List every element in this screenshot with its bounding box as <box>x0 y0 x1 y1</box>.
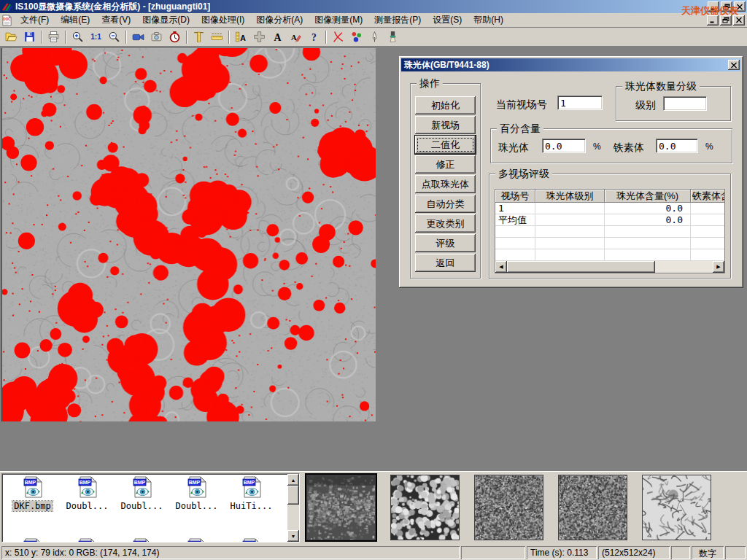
table-cell <box>605 249 691 260</box>
scroll-down-button[interactable]: ▼ <box>287 530 299 542</box>
toolbar-help-button[interactable]: ? <box>305 29 323 45</box>
toolbar-zoom-in-button[interactable] <box>69 29 87 45</box>
file-item[interactable]: BMP <box>169 538 224 542</box>
file-item[interactable]: BMP <box>224 538 279 542</box>
svg-text:BMP: BMP <box>24 480 36 485</box>
file-item[interactable]: BMP <box>60 538 115 542</box>
scroll-right-button[interactable]: ▶ <box>713 261 724 273</box>
svg-text:BMP: BMP <box>24 542 36 542</box>
scroll-thumb[interactable] <box>507 261 655 273</box>
file-item[interactable]: BMPDKF.bmp <box>5 476 60 511</box>
op-pick-pearlite-button[interactable]: 点取珠光体 <box>415 175 476 193</box>
file-item[interactable]: BMP <box>5 538 60 542</box>
svg-text:BMP: BMP <box>79 480 90 485</box>
dialog-close-button[interactable] <box>728 60 740 70</box>
document-system-icon[interactable]: DOC <box>1 15 13 26</box>
svg-text:A: A <box>274 32 282 43</box>
toolbar-save-file-button[interactable] <box>20 29 39 45</box>
file-item[interactable]: BMPDoubl... <box>115 476 169 511</box>
file-item[interactable]: BMPDoubl... <box>60 476 115 511</box>
menubar-item-4[interactable]: 图像处理(I) <box>196 12 250 28</box>
multi-view-table: 视场号珠光体级别珠光体含量(%)铁素体含量(%) 10.0平均值0.0 ◀ ▶ <box>495 189 725 273</box>
toolbar-separator <box>186 31 187 44</box>
svg-text:BMP: BMP <box>133 542 145 542</box>
menubar-item-9[interactable]: 帮助(H) <box>468 12 509 28</box>
op-binarize-button[interactable]: 二值化 <box>415 136 476 154</box>
table-cell: 0.0 <box>605 203 691 214</box>
toolbar-grid-select-button[interactable] <box>250 29 268 45</box>
file-scroll-thumb[interactable] <box>287 486 299 505</box>
menubar-item-2[interactable]: 查看(V) <box>96 12 136 28</box>
toolbar-ruler-measure-button[interactable] <box>208 29 226 45</box>
op-new-field-button[interactable]: 新视场 <box>415 116 476 134</box>
file-scroll-track[interactable] <box>287 505 299 530</box>
file-list-scrollbar[interactable]: ▲ ▼ <box>287 474 299 542</box>
ferrite-percent-input[interactable] <box>656 139 698 153</box>
toolbar-actual-size-button[interactable]: 1:1 <box>87 29 105 45</box>
operations-buttons: 初始化新视场二值化修正点取珠光体自动分类更改类别评级返回 <box>415 96 476 272</box>
menubar-item-3[interactable]: 图像显示(D) <box>136 12 196 28</box>
pearlite-percent-input[interactable] <box>542 139 586 153</box>
op-initialize-button[interactable]: 初始化 <box>415 96 476 114</box>
menubar-item-7[interactable]: 测量报告(P) <box>368 12 427 28</box>
menubar-item-6[interactable]: 图像测量(M) <box>309 12 368 28</box>
table-cell <box>535 249 605 260</box>
toolbar-edit-annotation-button[interactable]: A <box>287 29 305 45</box>
status-mode: 数字 <box>692 546 724 559</box>
thumbnail-2[interactable] <box>390 475 460 540</box>
menubar-item-0[interactable]: 文件(F) <box>15 12 55 28</box>
toolbar-separator <box>65 31 66 44</box>
thumbnail-4[interactable] <box>558 475 627 540</box>
current-view-input[interactable] <box>557 96 603 110</box>
table-cell <box>535 203 605 214</box>
file-item[interactable]: BMPHuiTi... <box>224 476 279 511</box>
toolbar-timer-button[interactable] <box>166 29 184 45</box>
file-item[interactable]: BMP <box>115 538 169 542</box>
bmp-file-icon: BMP <box>23 476 42 500</box>
toolbar-pick-tool-button[interactable] <box>365 29 384 45</box>
scroll-left-button[interactable]: ◀ <box>495 261 507 273</box>
table-row <box>495 226 724 238</box>
menubar-item-1[interactable]: 编辑(E) <box>55 12 96 28</box>
table-row: 10.0 <box>495 203 724 214</box>
toolbar-caliper-measure-button[interactable] <box>190 29 208 45</box>
workspace: 珠光体(GB/T9441-88) 操作 初始化新视场二值化修正点取珠光体自动分类… <box>0 47 747 471</box>
toolbar-zoom-out-button[interactable] <box>105 29 123 45</box>
open-file-icon <box>5 31 18 43</box>
file-item[interactable]: BMPDoubl... <box>169 476 224 511</box>
menubar-item-5[interactable]: 图像分析(A) <box>250 12 309 28</box>
op-correct-button[interactable]: 修正 <box>415 155 476 174</box>
toolbar-video-capture-button[interactable] <box>129 29 147 45</box>
toolbar-camera-capture-button[interactable] <box>147 29 166 45</box>
toolbar-print-button[interactable] <box>44 29 63 45</box>
thumbnail-3[interactable] <box>474 475 543 540</box>
bmp-file-icon: BMP <box>242 476 261 500</box>
specimen-image[interactable] <box>1 48 376 421</box>
menubar-item-8[interactable]: 设置(S) <box>427 12 468 28</box>
op-return-button[interactable]: 返回 <box>415 254 476 272</box>
table-body: 10.0平均值0.0 <box>495 203 724 261</box>
toolbar-separator <box>41 31 42 44</box>
toolbar-curve-tool-button[interactable] <box>329 29 347 45</box>
app-icon[interactable] <box>1 1 13 12</box>
menubar-items: 文件(F)编辑(E)查看(V)图像显示(D)图像处理(I)图像分析(A)图像测量… <box>15 12 509 28</box>
bmp-file-icon: BMP <box>133 476 152 500</box>
op-auto-classify-button[interactable]: 自动分类 <box>415 195 476 213</box>
thumbnail-strip <box>306 475 711 540</box>
toolbar-measure-label-button[interactable]: A <box>232 29 250 45</box>
toolbar-classify-points-button[interactable] <box>347 29 365 45</box>
toolbar-paint-tool-button[interactable] <box>384 29 402 45</box>
toolbar-separator <box>125 31 127 44</box>
grade-input[interactable] <box>663 96 707 111</box>
scroll-up-button[interactable]: ▲ <box>287 474 299 486</box>
op-change-class-button[interactable]: 更改类别 <box>415 214 476 233</box>
thumbnail-1[interactable] <box>306 475 376 540</box>
table-horizontal-scrollbar[interactable]: ◀ ▶ <box>495 261 724 273</box>
operations-group: 操作 初始化新视场二值化修正点取珠光体自动分类更改类别评级返回 <box>410 83 481 279</box>
table-cell <box>605 226 691 237</box>
thumbnail-5[interactable] <box>642 475 711 540</box>
toolbar-open-file-button[interactable] <box>2 29 20 45</box>
op-grade-button[interactable]: 评级 <box>415 234 476 252</box>
scroll-track[interactable] <box>507 261 713 273</box>
toolbar-text-annotation-button[interactable]: A <box>268 29 287 45</box>
